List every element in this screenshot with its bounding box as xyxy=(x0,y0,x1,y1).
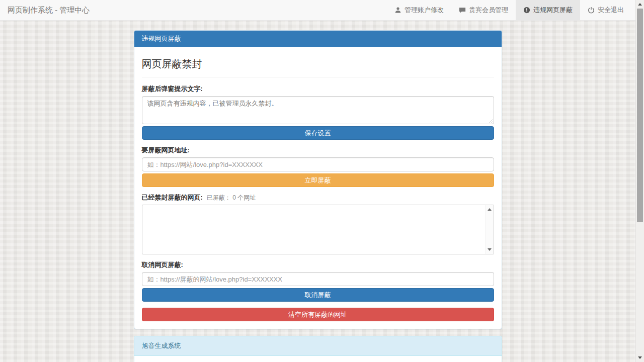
generator-panel-body xyxy=(134,356,502,362)
illegal-page-block-panel: 违规网页屏蔽 网页屏蔽禁封 屏蔽后弹窗提示文字: 该网页含有违规内容，已被管理员… xyxy=(134,30,502,329)
popup-text-wrap: 该网页含有违规内容，已被管理员永久禁封。 xyxy=(142,96,494,124)
scroll-down-icon[interactable] xyxy=(486,246,494,253)
generator-panel-header: 旭音生成系统 xyxy=(134,336,502,356)
block-now-button[interactable]: 立即屏蔽 xyxy=(142,173,494,187)
blocked-count-text: 已屏蔽： 0 个网址 xyxy=(207,194,256,202)
generator-panel: 旭音生成系统 xyxy=(134,336,502,362)
comment-icon xyxy=(459,7,466,14)
listbox-scrollbar[interactable] xyxy=(486,205,494,254)
app-title: 网页制作系统 - 管理中心 xyxy=(0,0,97,20)
popup-text-textarea[interactable]: 该网页含有违规内容，已被管理员永久禁封。 xyxy=(142,96,494,124)
clear-all-blocked-button[interactable]: 清空所有屏蔽的网址 xyxy=(142,308,494,321)
nav-item-logout[interactable]: 安全退出 xyxy=(580,0,631,20)
nav-item-label: 违规网页屏蔽 xyxy=(533,6,573,15)
top-navbar: 网页制作系统 - 管理中心 管理账户修改 贵宾会员管理 违规网页屏蔽 安全退出 xyxy=(0,0,635,21)
nav-item-label: 贵宾会员管理 xyxy=(469,6,508,15)
scrollbar-thumb[interactable] xyxy=(637,9,643,222)
unblock-url-input[interactable] xyxy=(142,272,494,286)
main-content: 违规网页屏蔽 网页屏蔽禁封 屏蔽后弹窗提示文字: 该网页含有违规内容，已被管理员… xyxy=(0,21,635,362)
blocked-list-label-row: 已经禁封屏蔽的网页: 已屏蔽： 0 个网址 xyxy=(142,193,494,202)
scrollbar-up-icon[interactable] xyxy=(636,0,644,9)
unblock-url-label: 取消网页屏蔽: xyxy=(142,260,494,269)
panel-body: 网页屏蔽禁封 屏蔽后弹窗提示文字: 该网页含有违规内容，已被管理员永久禁封。 保… xyxy=(134,47,502,329)
save-settings-button[interactable]: 保存设置 xyxy=(142,126,494,140)
exclamation-circle-icon xyxy=(523,7,530,14)
nav-item-account-edit[interactable]: 管理账户修改 xyxy=(387,0,451,20)
divider xyxy=(142,77,494,77)
nav-item-label: 管理账户修改 xyxy=(405,6,444,15)
blocked-list-label: 已经禁封屏蔽的网页: xyxy=(142,193,203,202)
page-title: 网页屏蔽禁封 xyxy=(142,57,494,71)
block-url-label: 要屏蔽网页地址: xyxy=(142,146,494,155)
popup-text-label: 屏蔽后弹窗提示文字: xyxy=(142,84,494,94)
page-scrollbar[interactable] xyxy=(635,0,644,362)
nav-item-label: 安全退出 xyxy=(598,6,624,15)
power-icon xyxy=(588,7,595,14)
blocked-list-textarea[interactable] xyxy=(142,205,494,254)
panel-header: 违规网页屏蔽 xyxy=(134,31,502,47)
nav-item-illegal-page-block[interactable]: 违规网页屏蔽 xyxy=(516,0,580,20)
nav-item-vip-members[interactable]: 贵宾会员管理 xyxy=(451,0,516,20)
scrollbar-down-icon[interactable] xyxy=(636,353,644,362)
navbar-menu: 管理账户修改 贵宾会员管理 违规网页屏蔽 安全退出 xyxy=(387,0,635,20)
block-url-input[interactable] xyxy=(142,157,494,171)
user-icon xyxy=(394,7,401,14)
unblock-button[interactable]: 取消屏蔽 xyxy=(142,288,494,302)
scroll-up-icon[interactable] xyxy=(486,206,494,213)
